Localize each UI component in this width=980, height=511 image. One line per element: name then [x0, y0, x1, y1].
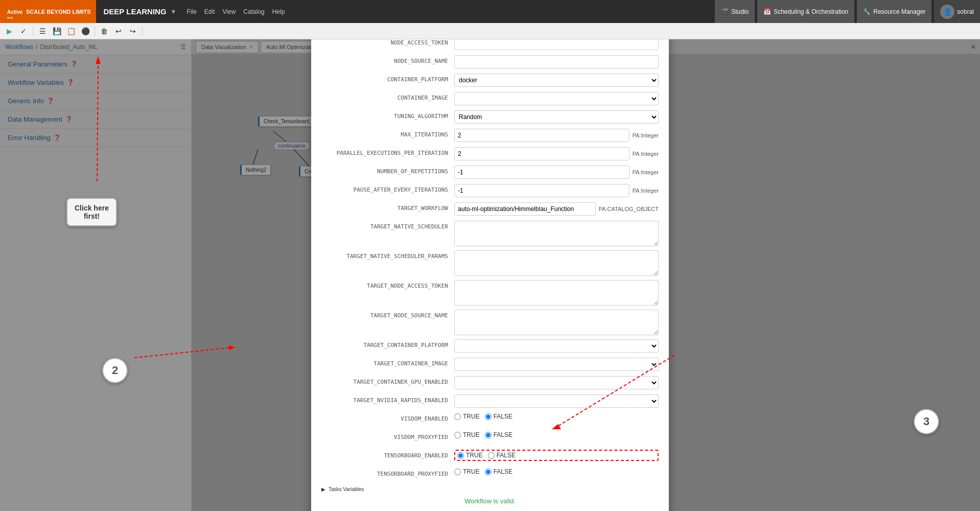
logo-subtitle: SCALE BEYOND LIMITS — [26, 9, 91, 15]
visdom-enabled-true-label[interactable]: TRUE — [454, 413, 480, 420]
user-menu-btn[interactable]: 👤 sobral — [934, 0, 980, 23]
visdom-enabled-false-text: FALSE — [494, 413, 512, 420]
annotation-circle-2: 2 — [102, 358, 128, 383]
field-max-iterations: MAX_ITERATIONS PA:Integer — [321, 129, 659, 143]
target-container-gpu-enabled-wrap: True False — [454, 376, 659, 389]
nav-view[interactable]: View — [223, 8, 236, 15]
pause-after-every-iterations-input[interactable] — [454, 184, 629, 197]
visdom-enabled-radio-group: TRUE FALSE — [454, 413, 512, 420]
visdom-enabled-wrap: TRUE FALSE — [454, 413, 659, 420]
save-as-button[interactable]: 📋 — [64, 25, 78, 37]
validate-button[interactable]: ✓ — [17, 25, 30, 37]
number-of-repetitions-wrap: PA:Integer — [454, 166, 659, 179]
nav-edit[interactable]: Edit — [204, 8, 215, 15]
user-name: sobral — [957, 8, 974, 15]
save-button[interactable]: 💾 — [50, 25, 63, 37]
target-container-gpu-enabled-select[interactable]: True False — [454, 376, 659, 389]
container-image-label: CONTAINER_IMAGE — [321, 92, 454, 101]
parallel-executions-input[interactable] — [454, 147, 629, 160]
visdom-enabled-false-radio[interactable] — [485, 413, 492, 420]
nav-catalog[interactable]: Catalog — [243, 8, 264, 15]
visdom-proxyfied-true-radio[interactable] — [454, 432, 461, 438]
visdom-proxyfied-true-label[interactable]: TRUE — [454, 431, 480, 438]
tensorboard-proxyfied-true-label[interactable]: TRUE — [454, 468, 480, 475]
visdom-enabled-true-radio[interactable] — [454, 413, 461, 420]
target-node-source-name-textarea[interactable] — [454, 310, 659, 335]
field-target-native-scheduler-params: TARGET_NATIVE_SCHEDULER_PARAMS — [321, 250, 659, 276]
target-container-platform-wrap: docker — [454, 339, 659, 353]
svg-text:Active: Active — [7, 9, 22, 15]
tensorboard-proxyfied-false-radio[interactable] — [485, 469, 492, 475]
visdom-enabled-false-label[interactable]: FALSE — [485, 413, 512, 420]
nav-help[interactable]: Help — [272, 8, 285, 15]
target-workflow-input[interactable] — [454, 202, 596, 216]
tensorboard-enabled-false-radio[interactable] — [488, 452, 495, 459]
logo-area: Active eon SCALE BEYOND LIMITS — [0, 0, 96, 23]
target-nvidia-rapids-enabled-select[interactable]: True False — [454, 394, 659, 408]
tensorboard-enabled-true-label[interactable]: TRUE — [457, 452, 483, 459]
visdom-proxyfied-false-label[interactable]: FALSE — [485, 431, 512, 438]
container-image-wrap — [454, 92, 659, 105]
tensorboard-enabled-label: TENSORBOARD_ENABLED — [321, 450, 454, 459]
field-number-of-repetitions: NUMBER_OF_REPETITIONS PA:Integer — [321, 166, 659, 180]
target-nvidia-rapids-enabled-label: TARGET_NVIDIA_RAPIDS_ENABLED — [321, 394, 454, 404]
topbar: Active eon SCALE BEYOND LIMITS DEEP LEAR… — [0, 0, 980, 23]
tensorboard-proxyfied-false-label[interactable]: FALSE — [485, 468, 512, 475]
app-title-dropdown-icon[interactable]: ▼ — [171, 8, 177, 15]
target-node-source-name-label: TARGET_NODE_SOURCE_NAME — [321, 310, 454, 319]
toolbar-separator-2 — [95, 26, 95, 36]
studio-nav-btn[interactable]: 🎬 Studio — [715, 0, 755, 23]
target-native-scheduler-label: TARGET_NATIVE_SCHEDULER — [321, 221, 454, 230]
copy-button[interactable]: ⚫ — [79, 25, 92, 37]
target-container-platform-label: TARGET_CONTAINER_PLATFORM — [321, 339, 454, 349]
target-container-image-wrap — [454, 358, 659, 371]
target-native-scheduler-textarea[interactable] — [454, 221, 659, 246]
number-of-repetitions-input[interactable] — [454, 166, 629, 179]
tuning-algorithm-select[interactable]: Random Grid Bayesian — [454, 110, 659, 124]
delete-button[interactable]: 🗑 — [98, 25, 111, 37]
scheduling-nav-btn[interactable]: 📅 Scheduling & Orchestration — [757, 0, 854, 23]
visdom-proxyfied-radio-group: TRUE FALSE — [454, 431, 512, 438]
max-iterations-input[interactable] — [454, 129, 629, 142]
container-image-select[interactable] — [454, 92, 659, 105]
tensorboard-enabled-false-label[interactable]: FALSE — [488, 452, 516, 459]
container-platform-label: CONTAINER_PLATFORM — [321, 74, 454, 83]
tasks-variables-label: Tasks Variables — [329, 486, 364, 492]
node-source-name-input[interactable] — [454, 55, 659, 68]
svg-text:eon: eon — [7, 16, 13, 19]
redo-button[interactable]: ↪ — [126, 25, 139, 37]
run-button[interactable]: ▶ — [3, 25, 16, 37]
field-tensorboard-enabled: TENSORBOARD_ENABLED TRUE FALSE — [321, 450, 659, 464]
tensorboard-proxyfied-true-radio[interactable] — [454, 469, 461, 475]
max-iterations-suffix: PA:Integer — [633, 132, 659, 138]
nav-file[interactable]: File — [186, 8, 196, 15]
target-nvidia-rapids-enabled-wrap: True False — [454, 394, 659, 408]
undo-button[interactable]: ↩ — [112, 25, 125, 37]
target-node-access-token-label: TARGET_NODE_ACCESS_TOKEN — [321, 280, 454, 289]
click-here-tooltip: Click herefirst! — [66, 198, 117, 226]
grid-view-button[interactable]: ☰ — [36, 25, 49, 37]
visdom-proxyfied-false-text: FALSE — [494, 431, 512, 438]
tuning-algorithm-label: TUNING_ALGORITHM — [321, 110, 454, 120]
target-container-platform-select[interactable]: docker — [454, 339, 659, 353]
tensorboard-enabled-true-radio[interactable] — [457, 452, 464, 459]
tensorboard-proxyfied-wrap: TRUE FALSE — [454, 468, 659, 475]
modal-backdrop: NODE_ACCESS_TOKEN NODE_SOURCE_NAME CONTA… — [0, 39, 980, 511]
annotation-circle-3: 3 — [914, 409, 939, 434]
visdom-enabled-true-text: TRUE — [463, 413, 480, 420]
resource-manager-nav-btn[interactable]: 🔧 Resource Manager — [857, 0, 931, 23]
target-native-scheduler-params-textarea[interactable] — [454, 250, 659, 276]
field-target-container-image: TARGET_CONTAINER_IMAGE — [321, 358, 659, 372]
visdom-proxyfied-false-radio[interactable] — [485, 432, 492, 438]
tuning-algorithm-wrap: Random Grid Bayesian — [454, 110, 659, 124]
field-target-container-platform: TARGET_CONTAINER_PLATFORM docker — [321, 339, 659, 354]
target-node-access-token-textarea[interactable] — [454, 280, 659, 306]
target-container-image-label: TARGET_CONTAINER_IMAGE — [321, 358, 454, 367]
visdom-proxyfied-label: VISDOM_PROXYFIED — [321, 431, 454, 440]
field-tensorboard-proxyfied: TENSORBOARD_PROXYFIED TRUE FALSE — [321, 468, 659, 482]
node-source-name-label: NODE_SOURCE_NAME — [321, 55, 454, 64]
target-container-image-select[interactable] — [454, 358, 659, 371]
resource-manager-label: Resource Manager — [873, 8, 925, 15]
tasks-variables-section[interactable]: ▶ Tasks Variables — [321, 486, 659, 492]
container-platform-select[interactable]: docker singularity podman — [454, 74, 659, 87]
